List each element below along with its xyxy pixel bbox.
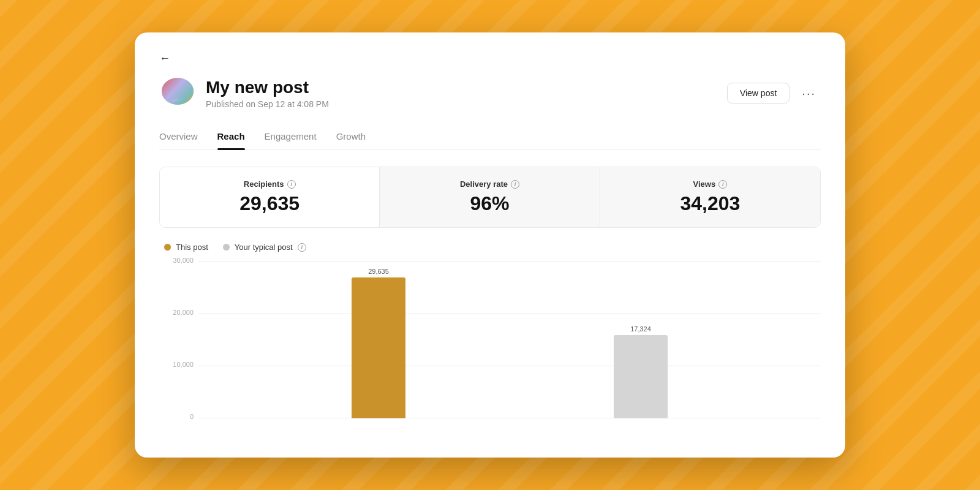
typical-post-bar-label: 17,324 — [630, 325, 651, 333]
bar-this-post-group: 29,635 — [352, 268, 405, 418]
y-label-10k: 10,000 — [163, 361, 194, 368]
post-avatar — [159, 75, 196, 111]
bars-container: 29,635 17,324 — [198, 262, 821, 418]
delivery-rate-value: 96% — [394, 192, 584, 215]
typical-post-label: Your typical post — [235, 243, 293, 252]
this-post-bar-label: 29,635 — [368, 268, 389, 275]
tab-engagement[interactable]: Engagement — [265, 126, 317, 149]
legend-typical-post: Your typical post i — [223, 243, 306, 252]
back-button[interactable]: ← — [159, 52, 170, 65]
recipients-value: 29,635 — [175, 192, 364, 215]
more-options-button[interactable]: ··· — [797, 84, 821, 103]
this-post-dot — [164, 244, 171, 251]
view-post-button[interactable]: View post — [727, 83, 790, 104]
recipients-label: Recipients i — [175, 179, 364, 189]
stats-row: Recipients i 29,635 Delivery rate i 96% … — [159, 167, 821, 228]
y-label-0: 0 — [163, 413, 194, 420]
tabs-nav: Overview Reach Engagement Growth — [159, 126, 821, 149]
svg-point-1 — [162, 78, 194, 105]
back-arrow-icon: ← — [159, 52, 170, 65]
bar-chart: 30,000 20,000 10,000 0 29,635 — [159, 262, 821, 433]
legend-this-post: This post — [164, 243, 208, 252]
main-window: ← — [135, 32, 845, 458]
delivery-rate-info-icon[interactable]: i — [511, 180, 519, 189]
tab-reach[interactable]: Reach — [217, 126, 245, 149]
recipients-info-icon[interactable]: i — [287, 180, 296, 189]
delivery-rate-label: Delivery rate i — [394, 179, 584, 189]
typical-post-dot — [223, 244, 230, 251]
typical-post-info-icon[interactable]: i — [298, 243, 306, 252]
header-right: View post ··· — [727, 83, 821, 104]
this-post-bar — [352, 277, 405, 418]
y-label-20k: 20,000 — [163, 309, 194, 316]
stat-views: Views i 34,203 — [600, 167, 820, 227]
tab-overview[interactable]: Overview — [159, 126, 198, 149]
stat-delivery-rate: Delivery rate i 96% — [380, 167, 600, 227]
this-post-label: This post — [176, 243, 208, 252]
header-left: My new post Published on Sep 12 at 4:08 … — [159, 75, 329, 111]
post-title: My new post — [206, 77, 329, 98]
stat-recipients: Recipients i 29,635 — [160, 167, 380, 227]
views-value: 34,203 — [615, 192, 805, 215]
bar-typical-post-group: 17,324 — [614, 325, 668, 418]
tab-growth[interactable]: Growth — [336, 126, 366, 149]
post-info: My new post Published on Sep 12 at 4:08 … — [206, 77, 329, 109]
views-label: Views i — [615, 179, 805, 189]
views-info-icon[interactable]: i — [718, 180, 727, 189]
post-subtitle: Published on Sep 12 at 4:08 PM — [206, 99, 329, 109]
chart-legend: This post Your typical post i — [159, 243, 821, 252]
typical-post-bar — [614, 335, 668, 418]
y-label-30k: 30,000 — [163, 257, 194, 264]
page-header: My new post Published on Sep 12 at 4:08 … — [159, 75, 821, 111]
